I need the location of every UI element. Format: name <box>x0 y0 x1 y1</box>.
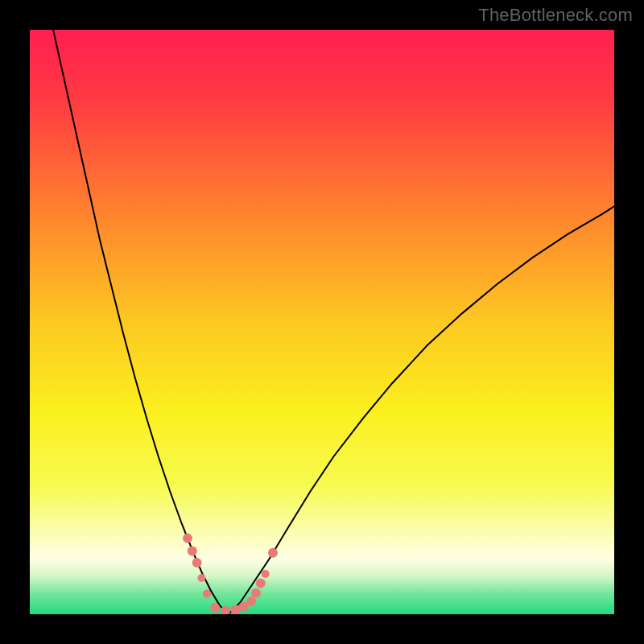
fit-marker <box>251 588 261 598</box>
curve-right-curve <box>229 206 614 614</box>
fit-marker <box>256 579 266 588</box>
fit-marker <box>203 590 211 598</box>
fit-marker <box>183 534 192 543</box>
fit-marker <box>210 603 220 613</box>
fit-marker <box>192 558 202 568</box>
fit-marker <box>197 574 205 582</box>
fit-marker <box>262 570 270 578</box>
fit-marker <box>188 547 197 556</box>
fit-marker <box>268 548 278 558</box>
chart-frame <box>0 0 644 644</box>
fit-marker <box>246 597 256 606</box>
curves-layer <box>30 30 614 614</box>
curve-left-curve <box>53 30 229 614</box>
plot-area <box>30 30 614 614</box>
watermark-text: TheBottleneck.com <box>478 5 633 26</box>
